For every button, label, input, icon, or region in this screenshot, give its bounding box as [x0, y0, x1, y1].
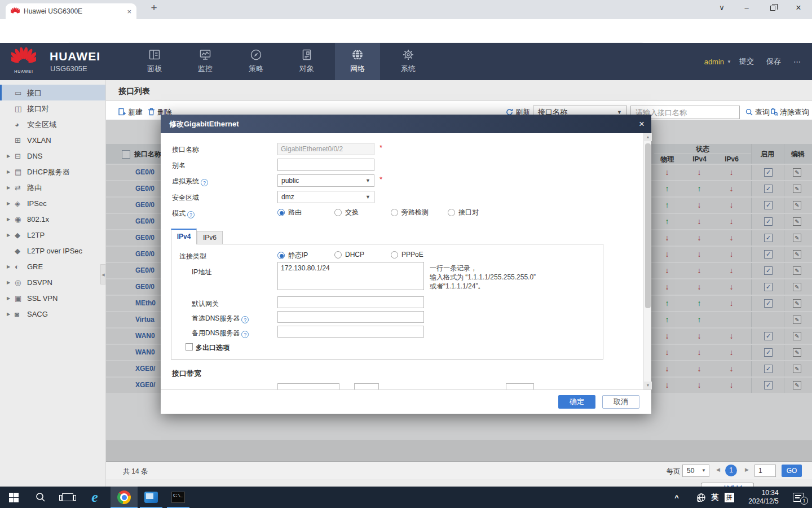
current-page[interactable]: 1	[725, 465, 737, 476]
help-icon[interactable]: ?	[241, 331, 249, 338]
sidebar-item-sacg[interactable]: ▶◙SACG	[0, 306, 105, 322]
sidebar-item-gre[interactable]: ▶◐GRE	[0, 259, 105, 274]
ime-mode-button[interactable]: 拼	[722, 487, 736, 508]
nav-tab-policy[interactable]: 策略	[233, 43, 279, 80]
conn-radio-dhcp[interactable]: DHCP	[334, 251, 364, 259]
sidebar-item-route[interactable]: ▶⇄路由	[0, 179, 105, 195]
help-icon[interactable]: ?	[187, 211, 195, 218]
expand-arrow-icon[interactable]: ▶	[7, 212, 15, 227]
page-jump-input[interactable]	[754, 465, 776, 477]
mode-radio-switch[interactable]: 交换	[334, 208, 359, 217]
window-close-icon[interactable]: ×	[786, 0, 811, 17]
task-view-button[interactable]	[54, 487, 81, 508]
sidebar-item-security-zone[interactable]: ◕安全区域	[0, 116, 105, 132]
tab-ipv4[interactable]: IPv4	[171, 229, 197, 244]
tray-expand-icon[interactable]: ^	[669, 487, 685, 508]
header-more-icon[interactable]: ⋯	[793, 58, 802, 66]
help-icon[interactable]: ?	[241, 316, 249, 323]
network-tray-icon[interactable]	[694, 487, 708, 508]
user-menu[interactable]: admin	[704, 58, 724, 66]
taskbar-search-button[interactable]	[27, 487, 54, 508]
ime-lang-button[interactable]: 英	[708, 487, 722, 508]
mode-radio-route[interactable]: 路由	[277, 208, 302, 217]
tab-ipv6[interactable]: IPv6	[197, 231, 223, 244]
start-button[interactable]	[0, 487, 27, 508]
sidebar-item-dns[interactable]: ▶⊟DNS	[0, 148, 105, 164]
commit-button[interactable]: 提交	[739, 56, 754, 67]
sidebar-item-ssl-vpn[interactable]: ▶▣SSL VPN	[0, 290, 105, 306]
conn-radio-static[interactable]: 静态IP	[277, 251, 308, 260]
sidebar-item-ipsec[interactable]: ▶◈IPSec	[0, 195, 105, 211]
browser-tab[interactable]: Huawei USG6300E ×	[6, 3, 136, 19]
sidebar-item-802-1x[interactable]: ▶◉802.1x	[0, 211, 105, 227]
bandwidth-input[interactable]	[277, 383, 339, 389]
mode-radio-pair[interactable]: 接口对	[448, 208, 479, 217]
sidebar-item-dhcp-server[interactable]: ▶▤DHCP服务器	[0, 164, 105, 179]
help-icon[interactable]: ?	[201, 179, 208, 186]
multi-egress-checkbox[interactable]	[186, 343, 193, 351]
next-page-icon[interactable]: ▶	[745, 467, 749, 472]
ie-button[interactable]: e	[81, 487, 108, 508]
expand-arrow-icon[interactable]: ▶	[7, 164, 15, 180]
chrome-button[interactable]	[111, 487, 138, 508]
expand-arrow-icon[interactable]: ▶	[7, 291, 15, 306]
window-chevron-icon[interactable]: ∨	[709, 0, 734, 17]
remote-app-button[interactable]	[138, 487, 165, 508]
nav-tab-system[interactable]: 系统	[386, 43, 431, 80]
expand-arrow-icon[interactable]: ▶	[7, 180, 15, 196]
sidebar-item-interface-pair[interactable]: ◫接口对	[0, 100, 105, 116]
nav-tab-network[interactable]: 网络	[335, 43, 380, 80]
cmd-button[interactable]: C:\_	[165, 487, 192, 508]
sidebar-item-vxlan[interactable]: ⊞VXLAN	[0, 132, 105, 148]
window-minimize-icon[interactable]: –	[734, 0, 759, 17]
pagination-bar: 共 14 条 每页 50▼ ◀ 1 ▶ GO	[106, 461, 812, 479]
sidebar-item-dsvpn[interactable]: ▶◎DSVPN	[0, 274, 105, 290]
query-button[interactable]: 查询	[745, 106, 770, 119]
per-page-select[interactable]: 50▼	[682, 465, 709, 477]
nav-tab-object[interactable]: 对象	[284, 43, 329, 80]
gateway-input[interactable]	[277, 296, 424, 308]
dropdown-icon: ▼	[701, 465, 706, 476]
bandwidth-unit-input[interactable]	[354, 383, 379, 389]
sidebar-item-l2tp[interactable]: ▶◆L2TP	[0, 227, 105, 243]
dns2-input[interactable]	[277, 326, 424, 338]
vsys-select[interactable]: public▼	[277, 174, 374, 187]
dns1-input[interactable]	[277, 311, 424, 323]
ip-format-hint: 一行一条记录， 输入格式为 “1.1.1.1/255.255.255.0” 或者…	[430, 264, 536, 291]
ip-address-textarea[interactable]: 172.130.80.1/24	[277, 262, 424, 290]
radio-label: 接口对	[458, 208, 479, 217]
new-button[interactable]: 新建	[118, 106, 143, 119]
tab-close-icon[interactable]: ×	[127, 7, 131, 16]
scroll-down-icon[interactable]: ▼	[644, 382, 652, 389]
nav-tab-monitor[interactable]: 监控	[183, 43, 228, 80]
sidebar-item-interface[interactable]: ▭接口	[0, 85, 105, 100]
scroll-up-icon[interactable]: ▲	[644, 133, 652, 141]
zone-select[interactable]: dmz▼	[277, 191, 374, 203]
expand-arrow-icon[interactable]: ▶	[7, 148, 15, 164]
expand-arrow-icon[interactable]: ▶	[7, 196, 15, 212]
dialog-close-icon[interactable]: ×	[639, 115, 645, 133]
cancel-button[interactable]: 取消	[602, 395, 639, 409]
expand-arrow-icon[interactable]: ▶	[7, 306, 15, 322]
expand-arrow-icon[interactable]: ▶	[7, 227, 15, 243]
ok-button[interactable]: 确定	[558, 395, 595, 409]
conn-radio-pppoe[interactable]: PPPoE	[391, 251, 423, 259]
go-button[interactable]: GO	[782, 465, 802, 477]
expand-arrow-icon[interactable]: ▶	[7, 259, 15, 275]
expand-arrow-icon[interactable]: ▶	[7, 275, 15, 291]
mode-radio-bypass[interactable]: 旁路检测	[391, 208, 429, 217]
save-button[interactable]: 保存	[766, 56, 781, 67]
prev-page-icon[interactable]: ◀	[716, 467, 720, 472]
sidebar-item-l2tp-over-ipsec[interactable]: ◆L2TP over IPSec	[0, 243, 105, 259]
nav-tab-dashboard[interactable]: 面板	[132, 43, 177, 80]
scroll-thumb[interactable]	[645, 143, 651, 308]
taskbar-clock[interactable]: 10:342024/12/5	[740, 487, 787, 508]
window-restore-icon[interactable]	[760, 0, 785, 17]
dialog-scrollbar[interactable]: ▲ ▼	[643, 133, 651, 389]
notification-button[interactable]: 1	[788, 487, 809, 508]
alias-input[interactable]	[277, 159, 374, 171]
sidebar-collapse-icon[interactable]: ◀	[100, 264, 106, 284]
clear-query-button[interactable]: 清除查询	[770, 106, 809, 119]
bandwidth-input-2[interactable]	[506, 383, 534, 389]
new-tab-button[interactable]: +	[147, 2, 161, 14]
